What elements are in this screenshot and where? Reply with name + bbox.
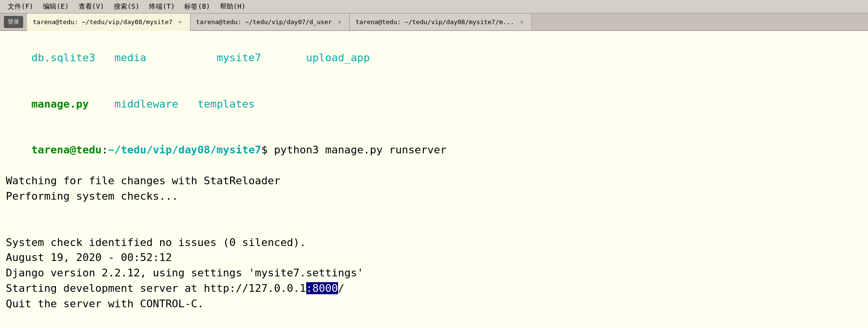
tab-0-label: tarena@tedu: ~/tedu/vip/day08/mysite7 <box>33 18 173 26</box>
terminal-line-django-version: Django version 2.2.12, using settings 'm… <box>6 265 862 281</box>
menubar: 文件(F) 编辑(E) 查看(V) 搜索(S) 终端(T) 标签(B) 帮助(H… <box>0 0 868 14</box>
menu-item-search[interactable]: 搜索(S) <box>110 1 143 12</box>
terminal-content: db.sqlite3 media mysite7 upload_app mana… <box>0 31 868 328</box>
tabbar: 登录 tarena@tedu: ~/tedu/vip/day08/mysite7… <box>0 14 868 31</box>
terminal-blank-1 <box>6 204 862 219</box>
file-templates: templates <box>197 98 255 110</box>
tab-2-label: tarena@tedu: ~/tedu/vip/day08/mysite7/m.… <box>355 18 514 26</box>
terminal-line-performing: Performing system checks... <box>6 189 862 204</box>
port-highlight: :8000 <box>306 282 338 294</box>
tab-0-close[interactable]: ✕ <box>176 18 184 26</box>
file-middleware: middleware <box>114 98 178 110</box>
tab-1-label: tarena@tedu: ~/tedu/vip/day07/d_user <box>196 18 332 26</box>
terminal-line-date: August 19, 2020 - 00:52:12 <box>6 250 862 265</box>
menu-item-help[interactable]: 帮助(H) <box>216 1 249 12</box>
tab-2-close[interactable]: ✕ <box>518 18 526 26</box>
terminal-blank-2 <box>6 219 862 235</box>
tab-2[interactable]: tarena@tedu: ~/tedu/vip/day08/mysite7/m.… <box>350 14 532 30</box>
terminal-line-2: manage.py middleware templates <box>6 81 862 127</box>
file-upload-app: upload_app <box>306 52 370 64</box>
menu-item-file[interactable]: 文件(F) <box>4 1 37 12</box>
file-mysite7: mysite7 <box>217 52 261 64</box>
tab-1[interactable]: tarena@tedu: ~/tedu/vip/day07/d_user ✕ <box>190 14 350 30</box>
menu-item-view[interactable]: 查看(V) <box>75 1 108 12</box>
terminal-line-prompt: tarena@tedu:~/tedu/vip/day08/mysite7$ py… <box>6 127 862 173</box>
terminal-line-server-start: Starting development server at http://12… <box>6 281 862 296</box>
file-db-sqlite3: db.sqlite3 <box>31 52 95 64</box>
tab-0[interactable]: tarena@tedu: ~/tedu/vip/day08/mysite7 ✕ <box>27 14 190 31</box>
terminal-line-1: db.sqlite3 media mysite7 upload_app <box>6 35 862 81</box>
menu-item-terminal[interactable]: 终端(T) <box>145 1 178 12</box>
file-manage-py: manage.py <box>31 98 89 110</box>
prompt-user-host: tarena@tedu <box>31 144 102 156</box>
menu-item-edit[interactable]: 编辑(E) <box>39 1 72 12</box>
file-media: media <box>114 52 146 64</box>
terminal-line-systemcheck: System check identified no issues (0 sil… <box>6 235 862 250</box>
terminal-line-watching: Watching for file changes with StatReloa… <box>6 173 862 189</box>
terminal-line-quit: Quit the server with CONTROL-C. <box>6 296 862 312</box>
prompt-path: ~/tedu/vip/day08/mysite7 <box>108 144 261 156</box>
menu-item-tags[interactable]: 标签(B) <box>180 1 214 12</box>
login-button[interactable]: 登录 <box>4 16 23 28</box>
prompt-command: $ python3 manage.py runserver <box>261 144 447 156</box>
tab-1-close[interactable]: ✕ <box>336 18 343 26</box>
